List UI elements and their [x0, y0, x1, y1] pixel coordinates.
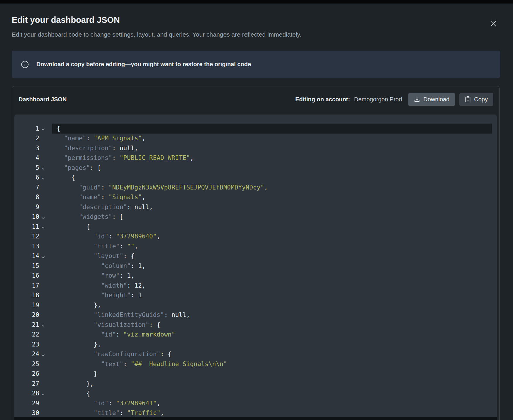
code-line[interactable]: 22 "id": "viz.markdown" [14, 330, 497, 340]
download-button[interactable]: Download [408, 93, 455, 106]
line-number: 13 [14, 243, 39, 250]
line-number: 7 [14, 184, 39, 191]
code-line[interactable]: 2 "name": "APM Signals", [14, 134, 497, 144]
copy-button[interactable]: Copy [459, 93, 493, 106]
fold-chevron-icon[interactable] [39, 128, 47, 131]
code-line[interactable]: 21 "visualization": { [14, 320, 497, 330]
line-number: 26 [14, 370, 39, 377]
code-line[interactable]: 4 "permissions": "PUBLIC_READ_WRITE", [14, 153, 497, 163]
copy-button-label: Copy [474, 96, 488, 103]
close-button[interactable] [487, 18, 500, 30]
code-text: { [52, 222, 492, 232]
clipboard-icon [465, 96, 471, 103]
line-number: 30 [14, 409, 39, 416]
code-line[interactable]: 10 "widgets": [ [14, 212, 497, 222]
panel-title: Dashboard JSON [18, 96, 67, 103]
line-number: 25 [14, 361, 39, 368]
code-text: { [52, 173, 492, 183]
page-subtitle: Edit your dashboard code to change setti… [12, 31, 301, 38]
editor-bottom-edge [14, 417, 497, 420]
code-line[interactable]: 24 "rawConfiguration": { [14, 349, 497, 359]
line-number: 17 [14, 282, 39, 289]
info-circle-icon [21, 61, 29, 68]
code-line[interactable]: 20 "linkedEntityGuids": null, [14, 310, 497, 320]
account-name: Demogorgon Prod [354, 96, 402, 103]
line-number: 20 [14, 311, 39, 318]
line-number: 6 [14, 174, 39, 181]
line-number: 4 [14, 154, 39, 161]
code-line[interactable]: 23 }, [14, 339, 497, 349]
code-text: "linkedEntityGuids": null, [52, 310, 492, 320]
code-line[interactable]: 18 "height": 1 [14, 291, 497, 301]
panel-header: Dashboard JSON Editing on account: Demog… [12, 86, 499, 115]
line-number: 8 [14, 194, 39, 201]
code-line[interactable]: 3 "description": null, [14, 143, 497, 153]
code-text: "id": "372989641", [52, 398, 492, 408]
line-number: 11 [14, 223, 39, 230]
close-icon [489, 19, 498, 28]
page-title: Edit your dashboard JSON [12, 15, 120, 25]
code-text: "title": "", [52, 241, 492, 251]
code-text: "permissions": "PUBLIC_READ_WRITE", [52, 153, 492, 163]
code-text: "title": "Traffic", [52, 408, 492, 417]
edit-dashboard-json-modal: { "modal": { "title": "Edit your dashboa… [0, 0, 513, 420]
code-text: { [52, 124, 492, 134]
code-line[interactable]: 14 "layout": { [14, 251, 497, 261]
code-line[interactable]: 28 { [14, 389, 497, 399]
fold-chevron-icon[interactable] [39, 167, 47, 170]
line-number: 5 [14, 164, 39, 171]
code-line[interactable]: 17 "width": 12, [14, 281, 497, 291]
code-text: }, [52, 379, 492, 389]
code-text: "layout": { [52, 251, 492, 261]
line-number: 22 [14, 331, 39, 338]
code-text: "text": "## Headline Signals\n\n" [52, 359, 492, 369]
code-line[interactable]: 19 }, [14, 300, 497, 310]
info-banner-text: Download a copy before editing—you might… [36, 61, 251, 68]
code-text: "pages": [ [52, 163, 492, 173]
line-number: 16 [14, 272, 39, 279]
code-line[interactable]: 12 "id": "372989640", [14, 232, 497, 242]
code-line[interactable]: 16 "row": 1, [14, 271, 497, 281]
code-text: "widgets": [ [52, 212, 492, 222]
fold-chevron-icon[interactable] [39, 177, 47, 180]
code-editor[interactable]: 1{2 "name": "APM Signals",3 "description… [14, 115, 497, 417]
code-line[interactable]: 26 } [14, 369, 497, 379]
fold-chevron-icon[interactable] [39, 324, 47, 327]
code-text: "rawConfiguration": { [52, 349, 492, 359]
code-text: "row": 1, [52, 271, 492, 281]
info-banner: Download a copy before editing—you might… [12, 51, 500, 78]
code-text: "id": "viz.markdown" [52, 330, 492, 340]
line-number: 23 [14, 341, 39, 348]
fold-chevron-icon[interactable] [39, 256, 47, 259]
code-line[interactable]: 11 { [14, 222, 497, 232]
code-line[interactable]: 25 "text": "## Headline Signals\n\n" [14, 359, 497, 369]
code-text: "width": 12, [52, 281, 492, 291]
code-line[interactable]: 29 "id": "372989641", [14, 398, 497, 408]
line-number: 29 [14, 400, 39, 407]
code-line[interactable]: 30 "title": "Traffic", [14, 408, 497, 417]
code-line[interactable]: 8 "name": "Signals", [14, 192, 497, 202]
fold-chevron-icon[interactable] [39, 393, 47, 396]
fold-chevron-icon[interactable] [39, 226, 47, 229]
code-text: "description": null, [52, 202, 492, 212]
code-text: "column": 1, [52, 261, 492, 271]
code-line[interactable]: 1{ [14, 124, 497, 134]
code-line[interactable]: 9 "description": null, [14, 202, 497, 212]
code-text: "id": "372989640", [52, 232, 492, 242]
code-line[interactable]: 15 "column": 1, [14, 261, 497, 271]
line-number: 9 [14, 204, 39, 211]
code-text: { [52, 389, 492, 399]
line-number: 21 [14, 321, 39, 328]
line-number: 19 [14, 302, 39, 309]
code-text: }, [52, 300, 492, 310]
code-line[interactable]: 6 { [14, 173, 497, 183]
line-number: 28 [14, 390, 39, 397]
fold-chevron-icon[interactable] [39, 354, 47, 357]
code-line[interactable]: 5 "pages": [ [14, 163, 497, 173]
fold-chevron-icon[interactable] [39, 216, 47, 219]
code-line[interactable]: 7 "guid": "NDEyMDgzN3xWSVp8REFTSEJPQVJEf… [14, 182, 497, 192]
code-line[interactable]: 27 }, [14, 379, 497, 389]
code-line[interactable]: 13 "title": "", [14, 241, 497, 251]
download-icon [414, 96, 420, 103]
code-text: "description": null, [52, 143, 492, 153]
